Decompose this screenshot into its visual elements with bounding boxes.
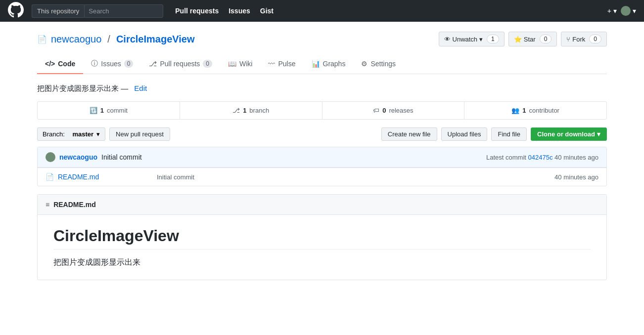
plus-icon: + — [607, 7, 611, 15]
tab-wiki[interactable]: 📖 Wiki — [220, 54, 260, 74]
header-search: This repository — [32, 4, 163, 18]
releases-icon: 🏷 — [373, 107, 379, 114]
readme-header: ≡ README.md — [38, 195, 606, 215]
branch-chevron-icon — [96, 130, 100, 138]
commit-sha-link[interactable]: 042475c — [528, 154, 553, 161]
file-toolbar: Branch: master New pull request Create n… — [37, 127, 607, 141]
nav-issues[interactable]: Issues — [229, 7, 250, 15]
repo-icon: 📄 — [37, 35, 47, 44]
stats-bar: 🔃 1 commit ⎇ 1 branch 🏷 0 releases 👥 1 c… — [37, 101, 607, 120]
find-file-button[interactable]: Find file — [491, 127, 527, 141]
file-name-link[interactable]: README.md — [58, 173, 157, 181]
readme-icon: ≡ — [46, 201, 49, 209]
create-new-file-button[interactable]: Create new file — [381, 127, 437, 141]
settings-icon: ⚙ — [361, 60, 368, 68]
tab-settings[interactable]: ⚙ Settings — [353, 54, 404, 74]
pull-request-icon: ⎇ — [149, 60, 157, 68]
graphs-icon: 📊 — [312, 60, 320, 68]
tab-issues-label: Issues — [101, 60, 121, 68]
tab-pull-requests[interactable]: ⎇ Pull requests 0 — [141, 54, 220, 74]
main-content: 📄 newcaoguo / CircleImageView 👁 Unwatch … — [25, 22, 619, 290]
releases-stat[interactable]: 🏷 0 releases — [322, 102, 465, 119]
user-avatar — [621, 6, 631, 16]
issues-icon: ⓘ — [91, 59, 98, 68]
upload-files-button[interactable]: Upload files — [441, 127, 488, 141]
repo-owner-link[interactable]: newcaoguo — [51, 34, 101, 45]
repo-separator: / — [107, 34, 110, 45]
issues-badge: 0 — [124, 60, 134, 68]
unwatch-button[interactable]: 👁 Unwatch 1 — [439, 32, 505, 46]
readme-heading: CircleImageView — [53, 227, 591, 250]
tab-pulse[interactable]: 〰 Pulse — [260, 54, 303, 74]
repo-description: 把图片变成圆形显示出来 — Edit — [37, 84, 607, 93]
tab-wiki-label: Wiki — [239, 60, 252, 68]
toolbar-left: Branch: master New pull request — [37, 127, 170, 141]
new-pull-request-button[interactable]: New pull request — [109, 127, 170, 141]
user-menu-chevron-icon — [633, 7, 636, 15]
star-icon: ⭐ — [514, 36, 522, 43]
contributors-stat[interactable]: 👥 1 contributor — [464, 102, 606, 119]
releases-label: releases — [389, 107, 413, 114]
tab-issues[interactable]: ⓘ Issues 0 — [83, 54, 141, 74]
table-row: 📄 README.md Initial commit 40 minutes ag… — [38, 168, 606, 186]
fork-button[interactable]: ⑂ Fork 0 — [561, 32, 607, 46]
unwatch-label: Unwatch — [453, 36, 478, 43]
contributors-label: contributor — [529, 107, 559, 114]
search-input[interactable] — [84, 4, 163, 18]
commit-author-avatar — [46, 152, 55, 162]
toolbar-right: Create new file Upload files Find file C… — [381, 127, 607, 141]
latest-commit-bar: newcaoguo Initial commit Latest commit 0… — [38, 147, 606, 168]
star-count: 0 — [540, 35, 552, 43]
tab-code[interactable]: </> Code — [37, 54, 83, 74]
nav-gist[interactable]: Gist — [260, 7, 274, 15]
commit-message-link[interactable]: Initial commit — [101, 153, 142, 161]
repo-title: 📄 newcaoguo / CircleImageView — [37, 34, 194, 45]
fork-icon: ⑂ — [566, 36, 570, 43]
star-button[interactable]: ⭐ Star 0 — [508, 32, 557, 46]
commits-label: commit — [107, 107, 128, 114]
tab-pr-label: Pull requests — [160, 60, 200, 68]
file-table: newcaoguo Initial commit Latest commit 0… — [37, 147, 607, 186]
tab-code-label: Code — [58, 60, 75, 68]
branch-name-label: master — [72, 130, 93, 138]
commit-author-link[interactable]: newcaoguo — [59, 153, 97, 161]
contributors-count: 1 — [522, 107, 526, 114]
pr-badge: 0 — [203, 60, 212, 68]
header-right: + — [607, 6, 636, 16]
user-menu-button[interactable] — [621, 6, 636, 16]
description-text: 把图片变成圆形显示出来 — [37, 84, 119, 92]
file-time: 40 minutes ago — [554, 173, 598, 181]
commits-stat[interactable]: 🔃 1 commit — [38, 102, 180, 119]
description-separator: — — [121, 84, 130, 92]
new-item-button[interactable]: + — [607, 7, 617, 15]
tab-graphs[interactable]: 📊 Graphs — [304, 54, 354, 74]
releases-count: 0 — [382, 107, 386, 114]
wiki-icon: 📖 — [228, 60, 236, 68]
header-nav: Pull requests Issues Gist — [175, 7, 274, 15]
branches-count: 1 — [243, 107, 246, 114]
repo-tabs: </> Code ⓘ Issues 0 ⎇ Pull requests 0 📖 … — [37, 54, 607, 74]
commits-icon: 🔃 — [90, 107, 97, 114]
edit-description-link[interactable]: Edit — [134, 84, 147, 92]
fork-label: Fork — [572, 36, 585, 43]
fork-count: 0 — [589, 35, 601, 43]
repo-header: 📄 newcaoguo / CircleImageView 👁 Unwatch … — [37, 32, 607, 46]
readme-body: CircleImageView 把图片变成圆形显示出来 — [38, 215, 606, 280]
tab-graphs-label: Graphs — [323, 60, 346, 68]
clone-label: Clone or download — [537, 130, 595, 138]
unwatch-count: 1 — [487, 35, 499, 43]
repo-name-link[interactable]: CircleImageView — [116, 34, 195, 45]
unwatch-chevron-icon — [479, 36, 483, 43]
clone-download-button[interactable]: Clone or download — [531, 127, 607, 141]
tab-settings-label: Settings — [370, 60, 396, 68]
readme-title: README.md — [53, 201, 96, 209]
star-label: Star — [524, 36, 536, 43]
contributors-icon: 👥 — [511, 107, 519, 114]
branches-stat[interactable]: ⎇ 1 branch — [180, 102, 322, 119]
branches-icon: ⎇ — [232, 107, 240, 114]
clone-chevron-icon — [597, 130, 600, 138]
branch-selector[interactable]: Branch: master — [37, 127, 105, 141]
eye-icon: 👁 — [444, 36, 451, 43]
nav-pull-requests[interactable]: Pull requests — [175, 7, 219, 15]
readme-body-text: 把图片变成圆形显示出来 — [53, 257, 591, 268]
